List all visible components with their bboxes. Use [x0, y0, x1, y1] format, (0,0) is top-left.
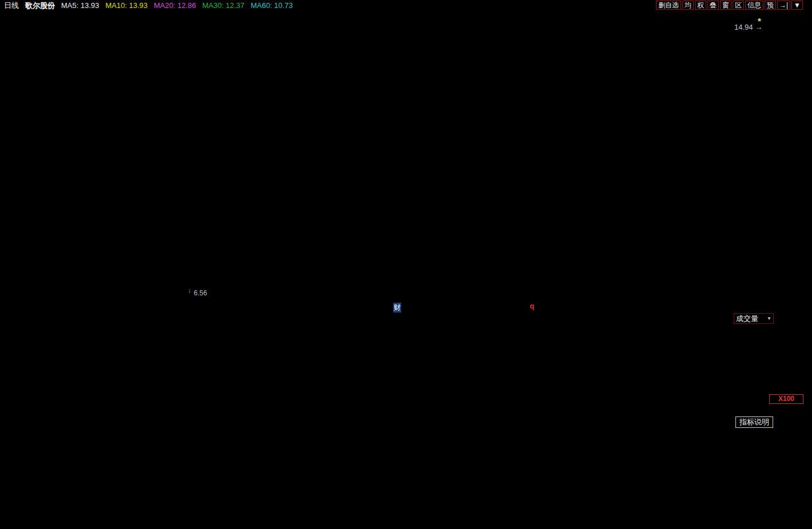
chevron-down-icon[interactable]: ▼	[767, 316, 771, 321]
high-point-star-icon: *	[758, 16, 761, 26]
ma-label: MA20: 12.86	[154, 1, 196, 10]
news-tag[interactable]: 财	[393, 303, 401, 312]
collapse-panel-button[interactable]: →|	[777, 1, 790, 10]
price-axis-label: 14.09	[772, 51, 795, 61]
low-point-label: 6.56	[194, 289, 207, 297]
low-point-arrow-icon: ↓	[188, 287, 191, 294]
stock-name[interactable]: 歌尔股份	[25, 1, 55, 10]
indicator-help-button[interactable]: 指标说明	[735, 416, 773, 428]
stock-chart-window: 日线 歌尔股份 MA5: 13.93MA10: 13.93MA20: 12.86…	[0, 0, 812, 529]
volume-indicator-selector[interactable]: 成交量 ▼	[734, 313, 774, 324]
rights-adjust-button[interactable]: 权	[695, 1, 706, 10]
price-axis-label: 11.43	[772, 136, 794, 146]
ma-toggle-button[interactable]: 均	[682, 1, 694, 10]
delete-from-watchlist-button[interactable]: 删自选	[656, 1, 681, 10]
volume-indicator-label: 成交量	[736, 314, 758, 324]
price-axis-label: 7.43	[772, 264, 790, 275]
q-tag: q	[530, 302, 534, 310]
overlay-button[interactable]: 叠	[707, 1, 719, 10]
main-chart-header: 日线 歌尔股份 MA5: 13.93MA10: 13.93MA20: 12.86…	[4, 1, 293, 10]
price-axis-label: 10.09	[772, 179, 795, 189]
ma-label: MA60: 10.73	[251, 1, 293, 10]
toolbar-buttons: 删自选均权叠窗区信息预→|▼	[656, 1, 803, 10]
region-button[interactable]: 区	[733, 1, 744, 10]
period-label[interactable]: 日线	[4, 1, 19, 10]
quote-panel-strip	[805, 0, 812, 529]
window-button[interactable]: 窗	[720, 1, 731, 10]
price-axis-label: 8.77	[772, 222, 790, 232]
chart-canvas[interactable]	[0, 0, 812, 529]
price-axis-label: 12.75	[772, 94, 795, 105]
volume-unit-badge: X100	[769, 394, 803, 404]
toolbar-dropdown-button[interactable]: ▼	[791, 1, 803, 10]
alert-button[interactable]: 预	[765, 1, 776, 10]
ma-label: MA10: 13.93	[106, 1, 148, 10]
ma-label: MA5: 13.93	[61, 1, 99, 10]
info-button[interactable]: 信息	[745, 1, 763, 10]
price-axis-label: 15.41	[772, 9, 795, 19]
ma-indicator-values: MA5: 13.93MA10: 13.93MA20: 12.86MA30: 12…	[61, 1, 293, 10]
ma-label: MA30: 12.37	[202, 1, 245, 10]
